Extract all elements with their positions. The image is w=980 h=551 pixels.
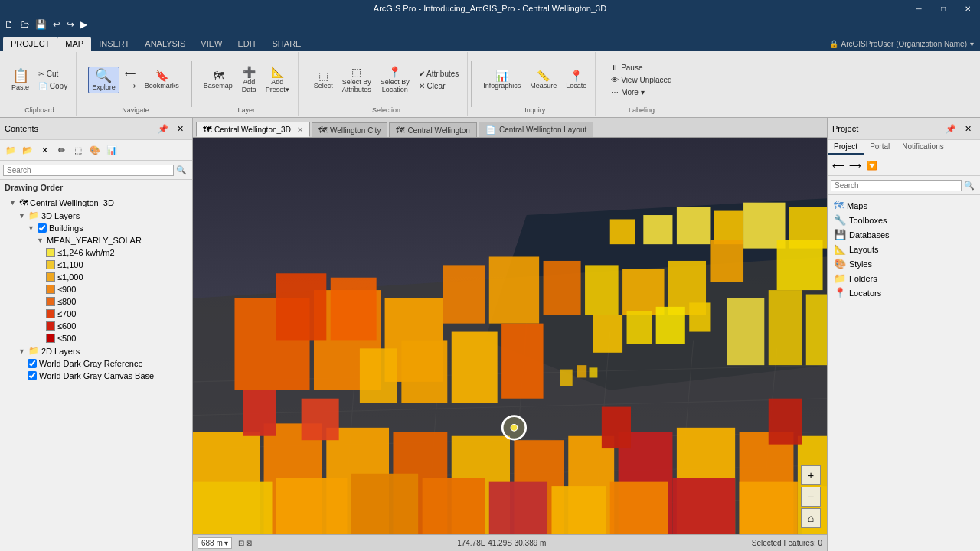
redo-button[interactable]: ↪ xyxy=(65,19,76,30)
databases-label: Databases xyxy=(849,230,890,240)
legend-1000: ≤1,000 xyxy=(0,271,192,283)
project-tab-portal[interactable]: Portal xyxy=(864,140,896,155)
project-tab-project[interactable]: Project xyxy=(828,140,864,155)
symbology-button[interactable]: 🎨 xyxy=(87,142,103,158)
paste-button[interactable]: 📋 Paste xyxy=(8,67,33,93)
add-data-button[interactable]: ➕ AddData xyxy=(238,64,260,96)
undo-button[interactable]: ↩ xyxy=(51,19,62,30)
project-tab-notifications[interactable]: Notifications xyxy=(896,140,949,155)
map-status-bar: 688 m ▾ ⊡⊠ 174.78E 41.29S 30.389 m Selec… xyxy=(193,534,827,551)
project-forward-button[interactable]: ⟶ xyxy=(848,158,863,173)
project-search-icon[interactable]: 🔍 xyxy=(962,178,977,193)
open-button[interactable]: 🗁 xyxy=(18,19,31,30)
home-extent-button[interactable]: ⌂ xyxy=(801,508,821,528)
select-by-attributes-button[interactable]: ⬚ Select ByAttributes xyxy=(338,64,375,96)
project-item-locators[interactable]: 📍 Locators xyxy=(828,285,980,300)
explore-button[interactable]: 🔍 Explore xyxy=(88,67,119,93)
layer-world-dark-reference[interactable]: World Dark Gray Reference xyxy=(0,357,192,370)
project-item-toolboxes[interactable]: 🔧 Toolboxes xyxy=(828,213,980,227)
tab-analysis[interactable]: ANALYSIS xyxy=(137,37,193,51)
bookmarks-button[interactable]: 🔖 Bookmarks xyxy=(141,68,183,92)
project-filter-button[interactable]: 🔽 xyxy=(864,158,880,173)
project-item-layouts[interactable]: 📐 Layouts xyxy=(828,242,980,256)
cut-button[interactable]: ✂ Cut xyxy=(34,68,71,80)
chart-button[interactable]: 📊 xyxy=(104,142,119,158)
contents-search-input[interactable] xyxy=(3,165,174,176)
tab-close-icon[interactable]: ✕ xyxy=(297,126,303,134)
svg-rect-63 xyxy=(243,390,276,436)
more-button[interactable]: ⋯ More ▾ xyxy=(607,86,675,98)
group-2d-layers[interactable]: ▼ 📁 2D Layers xyxy=(0,344,192,357)
layer-buildings[interactable]: ▼ Buildings xyxy=(0,222,192,234)
app-title: ArcGIS Pro - Introducing_ArcGIS_Pro - Ce… xyxy=(374,4,606,13)
tab-central-wellington-3d[interactable]: 🗺 Central Wellington_3D ✕ xyxy=(196,122,310,137)
svg-rect-20 xyxy=(610,219,635,244)
3d-map-view[interactable] xyxy=(193,138,827,534)
project-item-folders[interactable]: 📁 Folders xyxy=(828,271,980,285)
tab-wellington-city[interactable]: 🗺 Wellington City xyxy=(312,122,388,137)
tab-project[interactable]: PROJECT xyxy=(3,37,57,51)
search-icon[interactable]: 🔍 xyxy=(174,162,189,178)
tab-central-wellington-layout[interactable]: 📄 Central Wellington Layout xyxy=(479,122,593,137)
contents-close-button[interactable]: ✕ xyxy=(172,121,188,136)
infographics-button[interactable]: 📊 Infographics xyxy=(479,68,524,92)
select-button[interactable]: ⬚ Select xyxy=(310,68,337,92)
add-layer-button[interactable]: 📁 xyxy=(3,142,18,158)
zoom-in-button[interactable]: + xyxy=(801,465,821,485)
tab-view[interactable]: VIEW xyxy=(193,37,230,51)
back-button[interactable]: ⟵ xyxy=(121,68,139,80)
minimize-button[interactable]: ─ xyxy=(906,0,931,17)
sublayer-solar[interactable]: ▼ MEAN_YEARLY_SOLAR xyxy=(0,234,192,246)
tab-central-wellington[interactable]: 🗺 Central Wellington xyxy=(389,122,477,137)
map-canvas[interactable]: + − ⌂ xyxy=(193,138,827,534)
close-button[interactable]: ✕ xyxy=(956,0,980,17)
forward-button[interactable]: ⟶ xyxy=(121,80,139,92)
world-dark-canvas-checkbox[interactable] xyxy=(28,371,37,380)
group-3d-layers[interactable]: ▼ 📁 3D Layers xyxy=(0,209,192,222)
contents-pin-button[interactable]: 📌 xyxy=(155,121,171,136)
new-file-button[interactable]: 🗋 xyxy=(3,19,15,30)
tab-icon: 📄 xyxy=(485,125,496,135)
project-item-databases[interactable]: 💾 Databases xyxy=(828,227,980,242)
project-back-button[interactable]: ⟵ xyxy=(831,158,846,173)
tab-insert[interactable]: INSERT xyxy=(91,37,137,51)
world-dark-ref-checkbox[interactable] xyxy=(28,359,37,368)
remove-layer-button[interactable]: ✕ xyxy=(37,142,52,158)
select-by-location-button[interactable]: 📍 Select ByLocation xyxy=(377,64,413,96)
layer-world-dark-canvas[interactable]: World Dark Gray Canvas Base xyxy=(0,370,192,382)
add-folder-button[interactable]: 📂 xyxy=(20,142,35,158)
locators-label: Locators xyxy=(849,289,881,298)
pause-button[interactable]: ⏸ Pause xyxy=(607,62,675,73)
basemap-button[interactable]: 🗺 Basemap xyxy=(200,68,237,92)
scale-indicator[interactable]: 688 m ▾ xyxy=(198,537,232,549)
project-item-maps[interactable]: 🗺 Maps xyxy=(828,198,980,213)
save-button[interactable]: 💾 xyxy=(34,19,48,30)
project-tree: 🗺 Maps 🔧 Toolboxes 💾 Databases 📐 Layouts… xyxy=(828,195,980,551)
group-layers-button[interactable]: ⬚ xyxy=(70,142,86,158)
zoom-out-button[interactable]: − xyxy=(801,487,821,507)
project-search-input[interactable] xyxy=(831,180,962,191)
view-unplaced-button[interactable]: 👁 View Unplaced xyxy=(607,74,675,86)
copy-button[interactable]: 📄 Copy xyxy=(34,80,71,92)
edit-layer-button[interactable]: ✏ xyxy=(54,142,69,158)
tab-icon: 🗺 xyxy=(396,126,404,135)
add-preset-button[interactable]: 📐 AddPreset▾ xyxy=(262,64,293,96)
attributes-button[interactable]: ✔ Attributes xyxy=(415,68,462,80)
tab-map[interactable]: MAP xyxy=(57,37,91,51)
project-pin-button[interactable]: 📌 xyxy=(943,121,959,136)
layer-central-wellington-3d[interactable]: ▼ 🗺 Central Wellington_3D xyxy=(0,197,192,209)
map-area: 🗺 Central Wellington_3D ✕ 🗺 Wellington C… xyxy=(193,118,827,551)
restore-button[interactable]: □ xyxy=(931,0,956,17)
tab-share[interactable]: SHARE xyxy=(265,37,309,51)
run-button[interactable]: ▶ xyxy=(79,19,89,30)
svg-rect-54 xyxy=(276,478,348,534)
tab-edit[interactable]: EDIT xyxy=(230,37,264,51)
project-close-button[interactable]: ✕ xyxy=(960,121,975,136)
buildings-checkbox[interactable] xyxy=(38,223,47,233)
measure-button[interactable]: 📏 Measure xyxy=(526,68,560,92)
locate-button[interactable]: 📍 Locate xyxy=(562,68,590,92)
project-panel: Project 📌 ✕ Project Portal Notifications… xyxy=(827,118,980,551)
clear-button[interactable]: ✕ Clear xyxy=(415,80,462,92)
map-tabs: 🗺 Central Wellington_3D ✕ 🗺 Wellington C… xyxy=(193,118,827,138)
project-item-styles[interactable]: 🎨 Styles xyxy=(828,256,980,271)
